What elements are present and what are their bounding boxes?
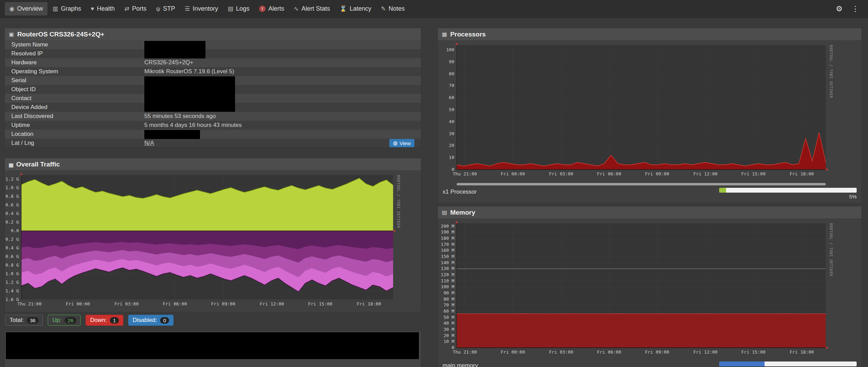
device-info-row: Uptime5 months 4 days 16 hours 43 minute… [5,121,421,130]
svg-text:40 M: 40 M [444,321,454,326]
tab-alerts[interactable]: !Alerts [255,2,289,15]
svg-text:80 M: 80 M [444,296,454,302]
info-value: CRS326-24S+2Q+ [144,59,193,66]
info-label: Serial [11,77,144,84]
memory-usage-label: main memory [443,361,478,367]
device-icon: ▣ [9,31,14,37]
device-info-row: System Name [5,40,421,49]
bar-chart-icon: ▥ [53,6,58,12]
tab-alert-stats[interactable]: ∿Alert Stats [289,2,334,15]
ports-down-badge[interactable]: Down:1 [86,315,123,326]
tab-inventory[interactable]: ☰Inventory [180,2,222,15]
rrdtool-watermark: RRDTOOL / TOBI OETIKER [829,223,833,276]
lat-lng-link[interactable]: N/A [144,140,154,147]
svg-text:Fri 12:00: Fri 12:00 [260,301,284,306]
tab-label: Ports [132,5,146,12]
svg-text:Fri 00:00: Fri 00:00 [501,349,525,355]
svg-text:Fri 06:00: Fri 06:00 [597,171,621,176]
alert-icon: ! [259,6,266,12]
memory-usage-row: main memory [438,360,861,367]
memory-title: Memory [450,209,475,216]
traffic-title: Overall Traffic [16,161,60,168]
svg-text:Fri 18:00: Fri 18:00 [790,349,814,355]
processors-graph[interactable]: 0102030405060708090100Thu 21:00Fri 00:00… [438,42,855,179]
wave-chart-icon: ∿ [294,6,299,12]
svg-text:-1.0 G: -1.0 G [5,271,19,276]
overflow-menu-button[interactable]: ⋮ [847,4,863,13]
ports-total-badge[interactable]: Total:36 [5,315,43,326]
tab-notes[interactable]: ✎Notes [376,2,409,15]
redaction-box [144,76,235,112]
tab-overview[interactable]: ◉Overview [5,2,47,15]
svg-text:0.6 G: 0.6 G [5,202,19,207]
svg-text:100: 100 [446,47,454,52]
redaction-box [6,332,419,359]
tab-label: Overview [17,5,43,12]
badge-label: Down: [90,317,107,324]
rrdtool-watermark: RRDTOOL / TOBI OETIKER [397,175,400,228]
svg-text:80: 80 [449,71,454,76]
svg-text:Fri 12:00: Fri 12:00 [693,171,717,176]
svg-text:10 M: 10 M [444,339,454,344]
right-column: ▦ Processors 0102030405060708090100Thu 2… [437,28,862,367]
svg-text:170 M: 170 M [441,242,454,247]
svg-text:200 M: 200 M [441,224,454,229]
svg-text:-0.2 G: -0.2 G [5,237,19,242]
processors-title: Processors [450,31,486,38]
tree-icon: ψ [156,6,160,12]
tab-health[interactable]: ♥Health [86,2,119,15]
processors-header: ▦ Processors [438,28,861,40]
graph-scrollbar[interactable] [457,183,826,185]
svg-text:-0.4 G: -0.4 G [5,245,19,250]
settings-gear-button[interactable]: ⚙ [832,4,847,13]
memory-usage-fill [719,361,765,366]
svg-text:160 M: 160 M [441,248,454,253]
info-value: 55 minutes 53 seconds ago [144,113,216,120]
view-location-button[interactable]: ◍View [389,139,414,147]
tab-stp[interactable]: ψSTP [152,2,179,15]
svg-text:20: 20 [449,143,454,148]
svg-text:Fri 03:00: Fri 03:00 [549,171,573,176]
svg-text:Thu 21:00: Thu 21:00 [453,349,477,355]
tab-logs[interactable]: ▤Logs [223,2,254,15]
badge-count: 36 [27,317,39,324]
svg-text:100 M: 100 M [441,284,454,289]
ports-panel-redacted [4,331,421,367]
redaction-box [144,130,200,139]
device-tabs-navbar: ◉Overview ▥Graphs ♥Health ⇄Ports ψSTP ☰I… [0,0,868,18]
info-label: Device Added [11,104,144,111]
badge-label: Disabled: [133,317,157,324]
overall-traffic-graph[interactable]: 1.2 G1.0 G0.8 G0.6 G0.4 G0.2 G0.0-0.2 G-… [5,172,415,309]
device-info-row: Operating SystemMikrotik RouterOS 7.19.6… [5,67,421,76]
info-label: Operating System [11,68,144,75]
latency-icon: ⌛ [340,6,347,12]
memory-graph[interactable]: 010 M20 M30 M40 M50 M60 M70 M80 M90 M100… [438,220,855,357]
cpu-graph-wrap: 0102030405060708090100Thu 21:00Fri 00:00… [438,40,861,182]
book-icon: ▤ [228,6,233,12]
svg-text:Fri 00:00: Fri 00:00 [66,301,90,306]
svg-text:Thu 21:00: Thu 21:00 [453,171,477,176]
svg-text:Fri 03:00: Fri 03:00 [114,301,138,306]
badge-count: 1 [110,317,119,324]
processors-panel: ▦ Processors 0102030405060708090100Thu 2… [437,28,862,203]
tab-label: Notes [389,5,405,12]
overall-traffic-panel: ▅ Overall Traffic 1.2 G1.0 G0.8 G0.6 G0.… [4,158,421,312]
device-info-row: Resolved IP [5,49,421,58]
svg-text:0.0: 0.0 [11,228,19,233]
svg-text:0.4 G: 0.4 G [5,211,19,216]
svg-text:Fri 15:00: Fri 15:00 [308,301,332,306]
svg-text:Fri 12:00: Fri 12:00 [693,349,717,355]
svg-text:190 M: 190 M [441,229,454,235]
ports-disabled-badge[interactable]: Disabled:0 [128,315,174,326]
ports-up-badge[interactable]: Up:26 [48,315,81,326]
tab-ports[interactable]: ⇄Ports [120,2,151,15]
tab-label: Alerts [268,5,284,12]
svg-text:1.0 G: 1.0 G [5,185,19,190]
svg-text:0.8 G: 0.8 G [5,194,19,199]
traffic-graph-wrap: 1.2 G1.0 G0.8 G0.6 G0.4 G0.2 G0.0-0.2 G-… [5,170,421,312]
tab-graphs[interactable]: ▥Graphs [48,2,86,15]
info-label: Lat / Lng [11,140,144,147]
svg-text:1.2 G: 1.2 G [5,176,19,182]
tab-latency[interactable]: ⌛Latency [335,2,376,15]
tab-label: STP [163,5,175,12]
